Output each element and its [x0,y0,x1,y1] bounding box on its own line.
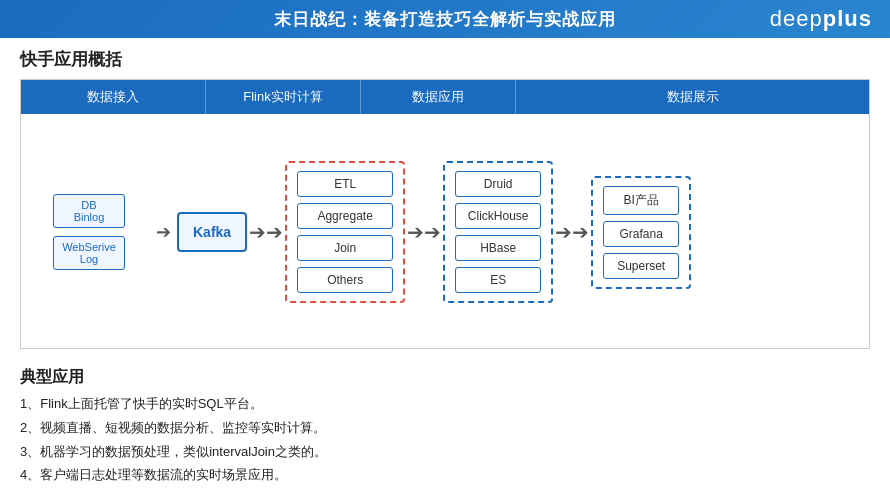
sources-col: DBBinlog WebSeriveLog [29,194,149,270]
arrow-app-display: ➔➔ [553,220,591,244]
col-header-flink: Flink实时计算 [206,80,361,114]
typical-list-item: 4、客户端日志处理等数据流的实时场景应用。 [20,465,870,486]
logo-plus: plus [823,6,872,31]
section1-title: 快手应用概括 [20,48,870,71]
header: 末日战纪：装备打造技巧全解析与实战应用 deepplus [0,0,890,38]
arrow-kafka-flink: ➔➔ [247,220,285,244]
data-disp-col: BI产品 Grafana Superset [591,176,691,289]
diagram-body: DBBinlog WebSeriveLog ➔ Kafka ➔➔ ETL Agg… [21,114,869,350]
flink-aggregate: Aggregate [297,203,393,229]
flink-col: ETL Aggregate Join Others [285,161,405,303]
db-binlog-box: DBBinlog [53,194,125,228]
typical-title: 典型应用 [20,367,870,388]
arrow-flink-app: ➔➔ [405,220,443,244]
logo-deep: deep [770,6,823,31]
clickhouse-box: ClickHouse [455,203,541,229]
bi-box: BI产品 [603,186,679,215]
superset-box: Superset [603,253,679,279]
typical-list: 1、Flink上面托管了快手的实时SQL平台。2、视频直播、短视频的数据分析、监… [20,394,870,486]
col-header-app: 数据应用 [361,80,516,114]
data-app-col: Druid ClickHouse HBase ES [443,161,553,303]
kafka-box: Kafka [177,212,247,252]
flink-join: Join [297,235,393,261]
col-headers-row: 数据接入 Flink实时计算 数据应用 数据展示 [21,80,869,114]
arrow-to-kafka: ➔ [149,221,177,243]
typical-list-item: 3、机器学习的数据预处理，类似intervalJoin之类的。 [20,442,870,463]
db-sources: DBBinlog WebSeriveLog [53,194,125,270]
flink-etl: ETL [297,171,393,197]
typical-list-item: 1、Flink上面托管了快手的实时SQL平台。 [20,394,870,415]
webserive-log-box: WebSeriveLog [53,236,125,270]
col-header-source: 数据接入 [21,80,206,114]
col-header-display: 数据展示 [516,80,869,114]
logo: deepplus [770,6,872,32]
es-box: ES [455,267,541,293]
hbase-box: HBase [455,235,541,261]
druid-box: Druid [455,171,541,197]
main-content: 快手应用概括 数据接入 Flink实时计算 数据应用 数据展示 DBBinlog… [0,38,890,367]
typical-list-item: 2、视频直播、短视频的数据分析、监控等实时计算。 [20,418,870,439]
flink-others: Others [297,267,393,293]
diagram: 数据接入 Flink实时计算 数据应用 数据展示 DBBinlog WebSer… [20,79,870,349]
grafana-box: Grafana [603,221,679,247]
header-title: 末日战纪：装备打造技巧全解析与实战应用 [274,8,616,31]
typical-section: 典型应用 1、Flink上面托管了快手的实时SQL平台。2、视频直播、短视频的数… [0,367,890,486]
